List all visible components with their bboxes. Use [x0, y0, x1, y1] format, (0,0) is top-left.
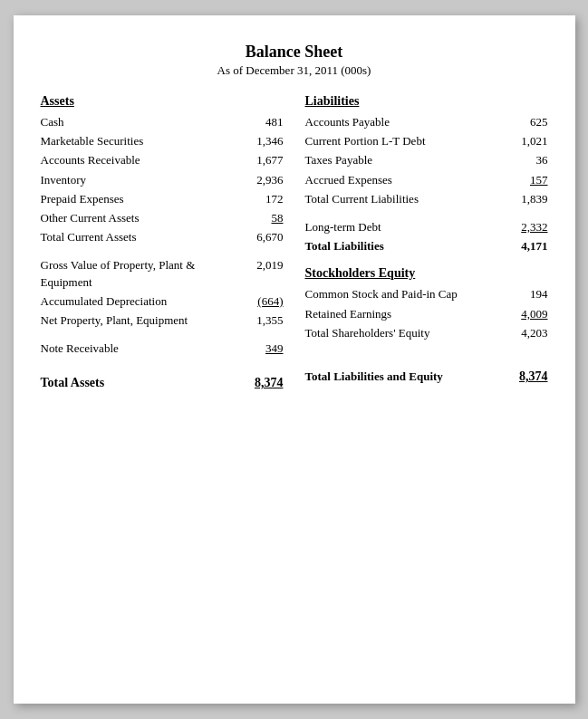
total-current-liabilities-label: Total Current Liabilities	[305, 191, 503, 207]
total-liabilities-row: Total Liabilities 4,171	[305, 238, 548, 254]
taxes-payable-row: Taxes Payable 36	[305, 152, 548, 168]
gross-property-value: 2,019	[238, 257, 284, 273]
accounts-receivable-value: 1,677	[238, 152, 284, 168]
equity-header: Stockholders Equity	[305, 266, 548, 281]
common-stock-row: Common Stock and Paid-in Cap 194	[305, 286, 548, 302]
accrued-expenses-label: Accrued Expenses	[305, 172, 503, 188]
longterm-debt-label: Long-term Debt	[305, 219, 503, 235]
marketable-securities-label: Marketable Securities	[41, 133, 238, 149]
net-property-value: 1,355	[238, 312, 284, 329]
other-current-assets-value: 58	[238, 210, 284, 226]
total-current-assets-label: Total Current Assets	[41, 229, 238, 245]
total-current-liabilities-value: 1,839	[503, 191, 548, 207]
total-liabilities-equity-row: Total Liabilities and Equity 8,374	[305, 369, 548, 384]
note-receivable-row: Note Receivable 349	[41, 340, 284, 357]
inventory-row: Inventory 2,936	[41, 172, 284, 188]
retained-earnings-label: Retained Earnings	[305, 306, 503, 322]
accrued-expenses-row: Accrued Expenses 157	[305, 172, 548, 188]
net-property-label: Net Property, Plant, Equipment	[41, 312, 238, 329]
gross-property-label: Gross Value of Property, Plant & Equipme…	[41, 257, 238, 290]
current-portion-debt-label: Current Portion L-T Debt	[305, 133, 503, 149]
total-current-assets-value: 6,670	[238, 229, 284, 245]
accounts-receivable-label: Accounts Receivable	[41, 152, 238, 168]
cash-label: Cash	[41, 114, 238, 130]
current-portion-debt-value: 1,021	[503, 133, 548, 149]
total-current-assets-row: Total Current Assets 6,670	[41, 229, 284, 245]
total-assets-label: Total Assets	[41, 376, 238, 390]
gross-property-row: Gross Value of Property, Plant & Equipme…	[41, 257, 284, 290]
total-shareholders-equity-label: Total Shareholders' Equity	[305, 325, 503, 341]
current-portion-debt-row: Current Portion L-T Debt 1,021	[305, 133, 548, 149]
note-receivable-value: 349	[238, 340, 284, 357]
total-assets-value: 8,374	[238, 376, 284, 390]
accumulated-depreciation-row: Accumulated Depreciation (664)	[41, 293, 284, 310]
common-stock-label: Common Stock and Paid-in Cap	[305, 286, 503, 302]
marketable-securities-value: 1,346	[238, 133, 284, 149]
net-property-row: Net Property, Plant, Equipment 1,355	[41, 312, 284, 329]
prepaid-expenses-label: Prepaid Expenses	[41, 191, 238, 207]
total-liabilities-equity-label: Total Liabilities and Equity	[305, 369, 503, 384]
total-liabilities-equity-value: 8,374	[503, 369, 548, 384]
other-current-assets-label: Other Current Assets	[41, 210, 238, 226]
accrued-expenses-value: 157	[503, 172, 548, 188]
total-assets-row: Total Assets 8,374	[41, 376, 284, 390]
other-current-assets-row: Other Current Assets 58	[41, 210, 284, 226]
total-shareholders-equity-row: Total Shareholders' Equity 4,203	[305, 325, 548, 341]
accumulated-depreciation-value: (664)	[238, 293, 284, 310]
accounts-payable-value: 625	[503, 114, 548, 130]
inventory-label: Inventory	[41, 172, 238, 188]
prepaid-expenses-value: 172	[238, 191, 284, 207]
cash-row: Cash 481	[41, 114, 284, 130]
prepaid-expenses-row: Prepaid Expenses 172	[41, 191, 284, 207]
liabilities-header: Liabilities	[305, 94, 548, 109]
note-receivable-label: Note Receivable	[41, 340, 238, 357]
retained-earnings-row: Retained Earnings 4,009	[305, 306, 548, 322]
accounts-payable-row: Accounts Payable 625	[305, 114, 548, 130]
accounts-payable-label: Accounts Payable	[305, 114, 503, 130]
cash-value: 481	[238, 114, 284, 130]
balance-sheet-page: Balance Sheet As of December 31, 2011 (0…	[14, 15, 575, 704]
total-shareholders-equity-value: 4,203	[503, 325, 548, 341]
liabilities-equity-column: Liabilities Accounts Payable 625 Current…	[293, 94, 548, 390]
total-liabilities-label: Total Liabilities	[305, 238, 503, 254]
marketable-securities-row: Marketable Securities 1,346	[41, 133, 284, 149]
total-current-liabilities-row: Total Current Liabilities 1,839	[305, 191, 548, 207]
page-subtitle: As of December 31, 2011 (000s)	[41, 63, 548, 78]
assets-header: Assets	[41, 94, 284, 109]
retained-earnings-value: 4,009	[503, 306, 548, 322]
longterm-debt-value: 2,332	[503, 219, 548, 235]
total-liabilities-value: 4,171	[503, 238, 548, 254]
page-title: Balance Sheet	[41, 43, 548, 62]
accounts-receivable-row: Accounts Receivable 1,677	[41, 152, 284, 168]
common-stock-value: 194	[503, 286, 548, 302]
longterm-debt-row: Long-term Debt 2,332	[305, 219, 548, 235]
assets-column: Assets Cash 481 Marketable Securities 1,…	[41, 94, 293, 390]
taxes-payable-value: 36	[503, 152, 548, 168]
inventory-value: 2,936	[238, 172, 284, 188]
taxes-payable-label: Taxes Payable	[305, 152, 503, 168]
accumulated-depreciation-label: Accumulated Depreciation	[41, 293, 238, 310]
